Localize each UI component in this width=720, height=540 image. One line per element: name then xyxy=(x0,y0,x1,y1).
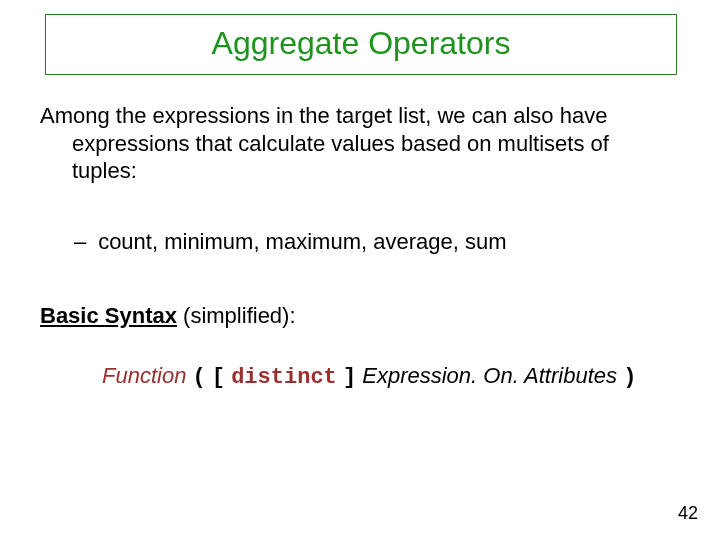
slide-title: Aggregate Operators xyxy=(212,25,511,61)
syntax-line: Function ( [ distinct ] Expression. On. … xyxy=(40,363,680,390)
bullet-item: – count, minimum, maximum, average, sum xyxy=(40,229,680,255)
intro-line-1: Among the expressions in the target list… xyxy=(40,102,680,130)
slide-body: Among the expressions in the target list… xyxy=(40,102,680,390)
syntax-close-paren: ) xyxy=(623,365,636,390)
bullet-dash-icon: – xyxy=(74,229,92,255)
intro-line-2: expressions that calculate values based … xyxy=(40,130,680,158)
intro-line-3: tuples: xyxy=(40,157,680,185)
basic-syntax-heading: Basic Syntax (simplified): xyxy=(40,303,680,329)
intro-paragraph: Among the expressions in the target list… xyxy=(40,102,680,185)
syntax-open-bracket: [ xyxy=(212,365,225,390)
syntax-function: Function xyxy=(102,363,186,388)
syntax-close-bracket: ] xyxy=(343,365,356,390)
page-number: 42 xyxy=(678,503,698,524)
syntax-open-paren: ( xyxy=(193,365,206,390)
bullet-text: count, minimum, maximum, average, sum xyxy=(98,229,506,254)
basic-syntax-suffix: (simplified): xyxy=(177,303,296,328)
basic-syntax-label: Basic Syntax xyxy=(40,303,177,328)
syntax-expression: Expression. On. Attributes xyxy=(362,363,617,388)
syntax-distinct-keyword: distinct xyxy=(231,365,337,390)
title-box: Aggregate Operators xyxy=(45,14,677,75)
